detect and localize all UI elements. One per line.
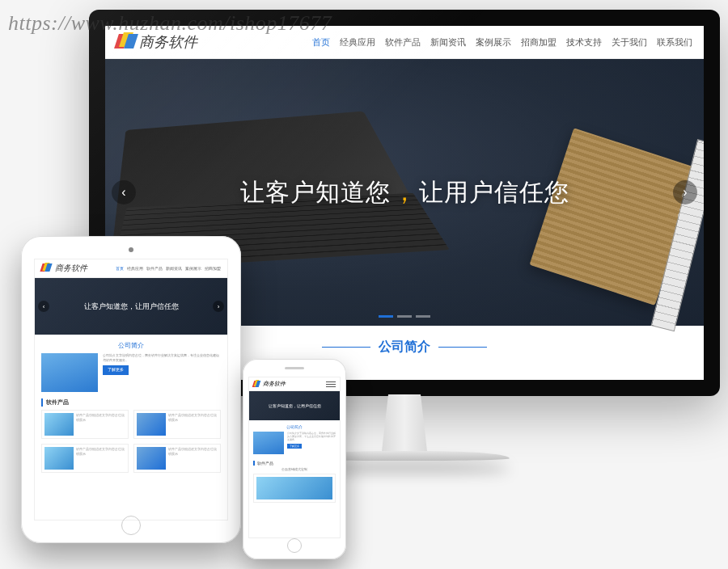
card-image (44, 447, 74, 470)
phone-product-card[interactable] (253, 474, 336, 503)
card-image (137, 413, 166, 436)
tablet-product-card[interactable]: 软件产品功能描述文字内容占位说明展示 (41, 444, 129, 473)
tablet-mockup: 商务软件 首页 经典应用 软件产品 新闻资讯 案例展示 招商加盟 ‹ 让客户知道… (21, 236, 241, 543)
nav-cases[interactable]: 案例展示 (476, 36, 511, 48)
card-text: 软件产品功能描述文字内容占位说明展示 (168, 413, 218, 436)
nav-about[interactable]: 关于我们 (612, 36, 647, 48)
nav-contact[interactable]: 联系我们 (657, 36, 692, 48)
tablet-intro-text: 公司简介文字说明内容占位，商务软件行业解决方案提供商，专注企业信息化建设与软件开… (103, 353, 221, 392)
phone-intro-text: 公司简介文字说明内容占位，商务软件行业解决方案提供商，专注企业信息化建设与软件开… (287, 432, 336, 454)
phone-logo-icon (253, 380, 261, 388)
nav-classic-apps[interactable]: 经典应用 (340, 36, 375, 48)
carousel-next-button[interactable]: › (673, 180, 697, 204)
tablet-hero-text: 让客户知道您，让用户信任您 (84, 301, 179, 312)
phone-card-image (256, 477, 332, 499)
card-image (137, 447, 166, 470)
card-text: 软件产品功能描述文字内容占位说明展示 (168, 447, 218, 470)
tablet-products-heading-wrap: 软件产品 (35, 398, 227, 407)
hero-slogan-separator: ， (392, 179, 417, 205)
carousel-dot-2[interactable] (397, 315, 412, 318)
hero-slogan-part1: 让客户知道您 (240, 179, 391, 205)
card-text: 软件产品功能描述文字内容占位说明展示 (76, 447, 125, 470)
nav-news[interactable]: 新闻资讯 (430, 36, 466, 48)
tablet-nav-item[interactable]: 首页 (116, 266, 124, 271)
phone-section-intro: 公司简介 (249, 420, 340, 432)
carousel-indicators[interactable] (379, 315, 430, 318)
tablet-product-card[interactable]: 软件产品功能描述文字内容占位说明展示 (133, 444, 221, 473)
carousel-dot-3[interactable] (416, 315, 430, 318)
tablet-nav-item[interactable]: 新闻资讯 (166, 266, 182, 271)
nav-franchise[interactable]: 招商加盟 (521, 36, 557, 48)
tablet-nav-item[interactable]: 招商加盟 (205, 266, 221, 271)
tablet-nav: 首页 经典应用 软件产品 新闻资讯 案例展示 招商加盟 (116, 266, 221, 271)
phone-products-heading: 软件产品 (253, 461, 336, 466)
watermark-text: https://www.huzhan.com/ishop17677 (8, 11, 332, 36)
nav-products[interactable]: 软件产品 (385, 36, 421, 48)
tablet-product-grid: 软件产品功能描述文字内容占位说明展示 软件产品功能描述文字内容占位说明展示 软件… (35, 410, 227, 473)
card-text: 软件产品功能描述文字内容占位说明展示 (76, 413, 125, 436)
tablet-logo-icon (41, 263, 53, 274)
tablet-carousel-next[interactable]: › (213, 301, 224, 312)
hero-slogan: 让客户知道您，让用户信任您 (240, 176, 569, 209)
nav-support[interactable]: 技术支持 (566, 36, 602, 48)
main-nav: 首页 经典应用 软件产品 新闻资讯 案例展示 招商加盟 技术支持 关于我们 联系… (312, 36, 692, 48)
carousel-prev-button[interactable]: ‹ (112, 180, 136, 204)
tablet-section-intro: 公司简介 (35, 335, 227, 353)
phone-hero-text: 让客户知道您，让用户信任您 (269, 403, 321, 408)
tablet-products-heading: 软件产品 (41, 398, 221, 407)
tablet-more-button[interactable]: 了解更多 (103, 365, 129, 375)
tablet-header: 商务软件 首页 经典应用 软件产品 新闻资讯 案例展示 招商加盟 (35, 259, 227, 278)
card-image (44, 413, 74, 436)
tablet-product-card[interactable]: 软件产品功能描述文字内容占位说明展示 (133, 410, 221, 439)
monitor-stand-neck (364, 394, 445, 451)
tablet-hero: ‹ 让客户知道您，让用户信任您 › (35, 278, 227, 335)
nav-home[interactable]: 首页 (312, 36, 330, 48)
phone-intro-block: 公司简介文字说明内容占位，商务软件行业解决方案提供商，专注企业信息化建设与软件开… (249, 432, 340, 457)
tablet-intro-image (41, 353, 98, 392)
phone-products-subtitle: 全面营销模式定制 (249, 467, 340, 474)
phone-logo[interactable]: 商务软件 (253, 380, 286, 388)
phone-screen: 商务软件 让客户知道您，让用户信任您 公司简介 公司简介文字说明内容占位，商务软… (248, 377, 341, 538)
hamburger-menu-icon[interactable] (326, 381, 336, 387)
tablet-intro-block: 公司简介文字说明内容占位，商务软件行业解决方案提供商，专注企业信息化建设与软件开… (35, 353, 227, 398)
phone-intro-image (253, 432, 284, 454)
phone-hero: 让客户知道您，让用户信任您 (249, 391, 340, 420)
phone-brand-name: 商务软件 (263, 380, 286, 388)
hero-slogan-part2: 让用户信任您 (419, 179, 569, 205)
phone-mockup: 商务软件 让客户知道您，让用户信任您 公司简介 公司简介文字说明内容占位，商务软… (243, 359, 346, 559)
tablet-screen: 商务软件 首页 经典应用 软件产品 新闻资讯 案例展示 招商加盟 ‹ 让客户知道… (34, 259, 228, 521)
tablet-brand-name: 商务软件 (55, 263, 87, 274)
carousel-dot-1[interactable] (379, 315, 393, 318)
tablet-nav-item[interactable]: 案例展示 (185, 266, 201, 271)
tablet-nav-item[interactable]: 软件产品 (146, 266, 163, 271)
tablet-carousel-prev[interactable]: ‹ (38, 301, 49, 312)
phone-header: 商务软件 (249, 377, 340, 391)
phone-more-button[interactable]: 了解更多 (287, 444, 302, 449)
tablet-product-card[interactable]: 软件产品功能描述文字内容占位说明展示 (41, 410, 129, 439)
tablet-nav-item[interactable]: 经典应用 (127, 266, 143, 271)
